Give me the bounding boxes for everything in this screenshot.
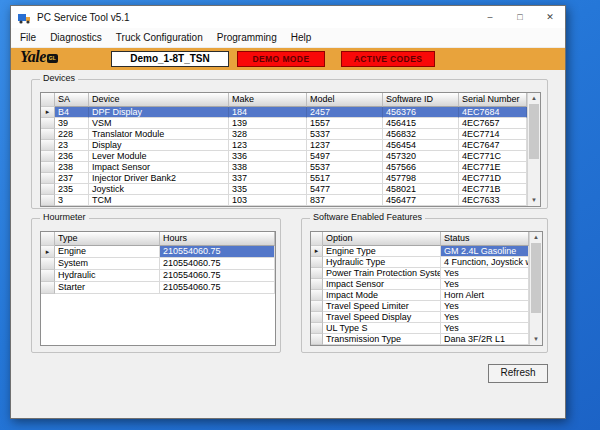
table-cell[interactable]: 456376: [383, 107, 459, 118]
table-cell[interactable]: Yes: [441, 268, 529, 279]
table-cell[interactable]: 210554060.75: [160, 282, 275, 294]
table-cell[interactable]: 23: [55, 140, 89, 151]
menu-item[interactable]: Programming: [210, 29, 284, 46]
table-cell[interactable]: 457566: [383, 162, 459, 173]
table-cell[interactable]: 4EC771D: [459, 173, 527, 184]
table-cell[interactable]: 4EC7714: [459, 129, 527, 140]
table-cell[interactable]: 4EC7633: [459, 195, 527, 206]
scroll-up-icon[interactable]: ▲: [528, 93, 540, 104]
table-cell[interactable]: [41, 258, 55, 270]
table-cell[interactable]: 336: [229, 151, 307, 162]
table-cell[interactable]: Option: [323, 232, 441, 246]
table-cell[interactable]: 1237: [307, 140, 383, 151]
table-cell[interactable]: [41, 118, 55, 129]
table-cell[interactable]: 238: [55, 162, 89, 173]
table-cell[interactable]: VSM: [89, 118, 229, 129]
table-cell[interactable]: TCM: [89, 195, 229, 206]
devices-vertical-scrollbar[interactable]: ▲ ▼: [527, 93, 540, 206]
table-cell[interactable]: 210554060.75: [160, 246, 275, 258]
table-cell[interactable]: Hydraulic: [55, 270, 160, 282]
table-row[interactable]: 39VSM13915574564154EC7657: [41, 118, 527, 129]
table-cell[interactable]: [311, 301, 323, 312]
table-cell[interactable]: Dana 3F/2R L1: [441, 334, 529, 345]
table-cell[interactable]: 335: [229, 184, 307, 195]
scroll-thumb[interactable]: [529, 104, 539, 159]
menu-item[interactable]: Help: [284, 29, 319, 46]
table-cell[interactable]: [41, 184, 55, 195]
table-cell[interactable]: [311, 268, 323, 279]
table-cell[interactable]: SA: [55, 93, 89, 107]
table-cell[interactable]: Travel Speed Limiter: [323, 301, 441, 312]
table-cell[interactable]: 456477: [383, 195, 459, 206]
table-cell[interactable]: DPF Display: [89, 107, 229, 118]
table-cell[interactable]: 103: [229, 195, 307, 206]
table-row[interactable]: System210554060.75: [41, 258, 275, 270]
table-cell[interactable]: Joystick: [89, 184, 229, 195]
table-row[interactable]: Starter210554060.75: [41, 282, 275, 294]
table-cell[interactable]: ▸: [311, 246, 323, 257]
table-cell[interactable]: Hydraulic Type: [323, 257, 441, 268]
table-cell[interactable]: 237: [55, 173, 89, 184]
table-cell[interactable]: [41, 151, 55, 162]
table-cell[interactable]: 4EC7657: [459, 118, 527, 129]
menu-item[interactable]: Diagnostics: [43, 29, 109, 46]
table-cell[interactable]: Power Train Protection System: [323, 268, 441, 279]
table-row[interactable]: Power Train Protection SystemYes: [311, 268, 529, 279]
table-cell[interactable]: 1557: [307, 118, 383, 129]
table-cell[interactable]: GM 2.4L Gasoline: [441, 246, 529, 257]
table-cell[interactable]: [41, 232, 55, 246]
table-cell[interactable]: 5337: [307, 129, 383, 140]
table-row[interactable]: 228Translator Module32853374568324EC7714: [41, 129, 527, 140]
table-cell[interactable]: [41, 173, 55, 184]
table-cell[interactable]: 456832: [383, 129, 459, 140]
table-cell[interactable]: 457798: [383, 173, 459, 184]
title-bar[interactable]: PC Service Tool v5.1 – □ ✕: [11, 6, 565, 28]
table-cell[interactable]: B4: [55, 107, 89, 118]
table-row[interactable]: Travel Speed LimiterYes: [311, 301, 529, 312]
table-cell[interactable]: 5517: [307, 173, 383, 184]
table-row[interactable]: ▸B4DPF Display18424574563764EC7684: [41, 107, 527, 118]
table-cell[interactable]: [41, 129, 55, 140]
table-cell[interactable]: 4 Function, Joystick w/2 rollers, w/Aux: [441, 257, 529, 268]
table-cell[interactable]: 5537: [307, 162, 383, 173]
table-cell[interactable]: 4EC771B: [459, 184, 527, 195]
table-cell[interactable]: 337: [229, 173, 307, 184]
table-row[interactable]: Hydraulic Type4 Function, Joystick w/2 r…: [311, 257, 529, 268]
close-button[interactable]: ✕: [535, 6, 565, 28]
table-cell[interactable]: Lever Module: [89, 151, 229, 162]
scroll-thumb[interactable]: [531, 243, 541, 313]
table-cell[interactable]: 184: [229, 107, 307, 118]
table-row[interactable]: 236Lever Module33654974573204EC771C: [41, 151, 527, 162]
active-codes-badge[interactable]: ACTIVE CODES: [341, 51, 435, 67]
table-cell[interactable]: 338: [229, 162, 307, 173]
table-cell[interactable]: 228: [55, 129, 89, 140]
table-row[interactable]: 3TCM1038374564774EC7633: [41, 195, 527, 206]
table-cell[interactable]: 4EC771C: [459, 151, 527, 162]
table-cell[interactable]: 457320: [383, 151, 459, 162]
table-row[interactable]: 238Impact Sensor33855374575664EC771E: [41, 162, 527, 173]
table-cell[interactable]: [311, 232, 323, 246]
scroll-up-icon[interactable]: ▲: [530, 232, 542, 243]
table-row[interactable]: 23Display12312374564544EC7647: [41, 140, 527, 151]
table-cell[interactable]: 210554060.75: [160, 258, 275, 270]
table-cell[interactable]: [311, 279, 323, 290]
table-cell[interactable]: UL Type S: [323, 323, 441, 334]
table-cell[interactable]: Travel Speed Display: [323, 312, 441, 323]
maximize-button[interactable]: □: [505, 6, 535, 28]
table-cell[interactable]: Translator Module: [89, 129, 229, 140]
table-cell[interactable]: 2457: [307, 107, 383, 118]
table-row[interactable]: 235Joystick33554774580214EC771B: [41, 184, 527, 195]
table-cell[interactable]: Yes: [441, 323, 529, 334]
scroll-down-icon[interactable]: ▼: [530, 334, 542, 345]
table-row[interactable]: Hydraulic210554060.75: [41, 270, 275, 282]
table-cell[interactable]: Engine Type: [323, 246, 441, 257]
table-cell[interactable]: [311, 334, 323, 345]
table-cell[interactable]: Model: [307, 93, 383, 107]
table-row[interactable]: UL Type SYes: [311, 323, 529, 334]
table-cell[interactable]: 456454: [383, 140, 459, 151]
table-row[interactable]: Impact ModeHorn Alert: [311, 290, 529, 301]
table-cell[interactable]: [41, 270, 55, 282]
truck-name-button[interactable]: Demo_1-8T_TSN: [111, 51, 229, 67]
table-cell[interactable]: 235: [55, 184, 89, 195]
table-cell[interactable]: 210554060.75: [160, 270, 275, 282]
